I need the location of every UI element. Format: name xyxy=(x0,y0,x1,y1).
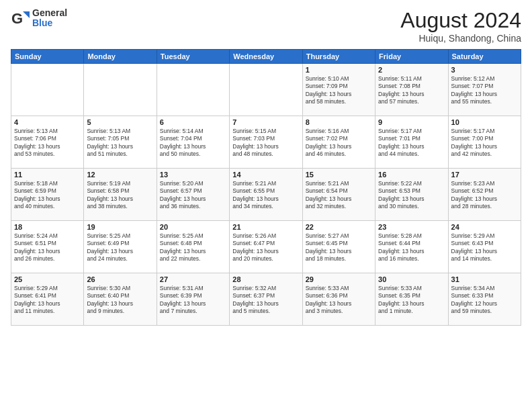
day-cell xyxy=(11,64,84,116)
day-cell: 27Sunrise: 5:31 AM Sunset: 6:39 PM Dayli… xyxy=(157,273,229,326)
calendar-body: 1Sunrise: 5:10 AM Sunset: 7:09 PM Daylig… xyxy=(11,64,521,326)
day-info: Sunrise: 5:13 AM Sunset: 7:05 PM Dayligh… xyxy=(87,128,153,158)
day-info: Sunrise: 5:27 AM Sunset: 6:45 PM Dayligh… xyxy=(306,232,372,263)
day-header-sunday: Sunday xyxy=(11,50,84,64)
day-number: 6 xyxy=(160,118,226,126)
day-number: 18 xyxy=(14,223,81,231)
day-info: Sunrise: 5:20 AM Sunset: 6:57 PM Dayligh… xyxy=(160,180,226,211)
day-header-monday: Monday xyxy=(84,50,157,64)
day-cell xyxy=(230,64,302,116)
day-info: Sunrise: 5:17 AM Sunset: 7:01 PM Dayligh… xyxy=(378,128,445,158)
day-info: Sunrise: 5:25 AM Sunset: 6:49 PM Dayligh… xyxy=(87,232,153,263)
week-row-2: 11Sunrise: 5:18 AM Sunset: 6:59 PM Dayli… xyxy=(11,169,521,221)
day-number: 30 xyxy=(378,275,445,283)
day-number: 16 xyxy=(378,171,445,179)
day-number: 19 xyxy=(87,223,153,231)
header: G General Blue August 2024 Huiqu, Shando… xyxy=(11,8,521,44)
day-cell: 19Sunrise: 5:25 AM Sunset: 6:49 PM Dayli… xyxy=(84,221,157,273)
day-info: Sunrise: 5:11 AM Sunset: 7:08 PM Dayligh… xyxy=(378,75,445,106)
calendar-header: SundayMondayTuesdayWednesdayThursdayFrid… xyxy=(11,50,521,64)
day-cell: 13Sunrise: 5:20 AM Sunset: 6:57 PM Dayli… xyxy=(157,169,229,221)
day-header-wednesday: Wednesday xyxy=(230,50,302,64)
day-number: 8 xyxy=(306,118,372,126)
day-cell: 24Sunrise: 5:29 AM Sunset: 6:43 PM Dayli… xyxy=(448,221,521,273)
day-number: 28 xyxy=(232,275,299,283)
day-number: 20 xyxy=(160,223,226,231)
calendar-page: G General Blue August 2024 Huiqu, Shando… xyxy=(0,0,532,411)
day-info: Sunrise: 5:13 AM Sunset: 7:06 PM Dayligh… xyxy=(14,128,81,158)
day-info: Sunrise: 5:32 AM Sunset: 6:37 PM Dayligh… xyxy=(232,285,299,316)
day-cell: 25Sunrise: 5:29 AM Sunset: 6:41 PM Dayli… xyxy=(11,273,84,326)
day-cell: 31Sunrise: 5:34 AM Sunset: 6:33 PM Dayli… xyxy=(448,273,521,326)
day-info: Sunrise: 5:33 AM Sunset: 6:35 PM Dayligh… xyxy=(378,285,445,316)
day-cell: 4Sunrise: 5:13 AM Sunset: 7:06 PM Daylig… xyxy=(11,116,84,169)
day-cell: 14Sunrise: 5:21 AM Sunset: 6:55 PM Dayli… xyxy=(230,169,302,221)
week-row-0: 1Sunrise: 5:10 AM Sunset: 7:09 PM Daylig… xyxy=(11,64,521,116)
day-info: Sunrise: 5:19 AM Sunset: 6:58 PM Dayligh… xyxy=(87,180,153,211)
day-cell: 15Sunrise: 5:21 AM Sunset: 6:54 PM Dayli… xyxy=(302,169,375,221)
day-cell: 16Sunrise: 5:22 AM Sunset: 6:53 PM Dayli… xyxy=(375,169,448,221)
svg-marker-2 xyxy=(23,11,30,18)
day-cell: 9Sunrise: 5:17 AM Sunset: 7:01 PM Daylig… xyxy=(375,116,448,169)
day-number: 23 xyxy=(378,223,445,231)
day-number: 27 xyxy=(160,275,226,283)
day-info: Sunrise: 5:22 AM Sunset: 6:53 PM Dayligh… xyxy=(378,180,445,211)
day-cell: 7Sunrise: 5:15 AM Sunset: 7:03 PM Daylig… xyxy=(230,116,302,169)
day-info: Sunrise: 5:18 AM Sunset: 6:59 PM Dayligh… xyxy=(14,180,81,211)
week-row-4: 25Sunrise: 5:29 AM Sunset: 6:41 PM Dayli… xyxy=(11,273,521,326)
day-cell: 8Sunrise: 5:16 AM Sunset: 7:02 PM Daylig… xyxy=(302,116,375,169)
day-number: 7 xyxy=(232,118,299,126)
day-cell: 30Sunrise: 5:33 AM Sunset: 6:35 PM Dayli… xyxy=(375,273,448,326)
day-cell: 10Sunrise: 5:17 AM Sunset: 7:00 PM Dayli… xyxy=(448,116,521,169)
day-info: Sunrise: 5:31 AM Sunset: 6:39 PM Dayligh… xyxy=(160,285,226,316)
day-cell: 6Sunrise: 5:14 AM Sunset: 7:04 PM Daylig… xyxy=(157,116,229,169)
day-number: 29 xyxy=(306,275,372,283)
day-number: 4 xyxy=(14,118,81,126)
day-number: 15 xyxy=(306,171,372,179)
day-cell xyxy=(157,64,229,116)
day-info: Sunrise: 5:24 AM Sunset: 6:51 PM Dayligh… xyxy=(14,232,81,263)
day-info: Sunrise: 5:33 AM Sunset: 6:36 PM Dayligh… xyxy=(306,285,372,316)
day-info: Sunrise: 5:28 AM Sunset: 6:44 PM Dayligh… xyxy=(378,232,445,263)
day-info: Sunrise: 5:15 AM Sunset: 7:03 PM Dayligh… xyxy=(232,128,299,158)
day-info: Sunrise: 5:23 AM Sunset: 6:52 PM Dayligh… xyxy=(451,180,518,211)
day-cell: 21Sunrise: 5:26 AM Sunset: 6:47 PM Dayli… xyxy=(230,221,302,273)
day-cell: 20Sunrise: 5:25 AM Sunset: 6:48 PM Dayli… xyxy=(157,221,229,273)
day-header-thursday: Thursday xyxy=(302,50,375,64)
logo-general: General xyxy=(32,7,67,18)
day-cell xyxy=(84,64,157,116)
day-number: 22 xyxy=(306,223,372,231)
month-year: August 2024 xyxy=(400,8,521,33)
day-header-friday: Friday xyxy=(375,50,448,64)
day-number: 12 xyxy=(87,171,153,179)
day-cell: 22Sunrise: 5:27 AM Sunset: 6:45 PM Dayli… xyxy=(302,221,375,273)
day-info: Sunrise: 5:25 AM Sunset: 6:48 PM Dayligh… xyxy=(160,232,226,263)
day-cell: 28Sunrise: 5:32 AM Sunset: 6:37 PM Dayli… xyxy=(230,273,302,326)
day-header-saturday: Saturday xyxy=(448,50,521,64)
day-cell: 26Sunrise: 5:30 AM Sunset: 6:40 PM Dayli… xyxy=(84,273,157,326)
day-info: Sunrise: 5:16 AM Sunset: 7:02 PM Dayligh… xyxy=(306,128,372,158)
logo-text: General Blue xyxy=(32,8,67,29)
day-cell: 12Sunrise: 5:19 AM Sunset: 6:58 PM Dayli… xyxy=(84,169,157,221)
calendar-table: SundayMondayTuesdayWednesdayThursdayFrid… xyxy=(11,49,521,326)
day-info: Sunrise: 5:26 AM Sunset: 6:47 PM Dayligh… xyxy=(232,232,299,263)
day-number: 21 xyxy=(232,223,299,231)
logo-blue: Blue xyxy=(32,17,52,28)
day-number: 2 xyxy=(378,66,445,74)
day-info: Sunrise: 5:29 AM Sunset: 6:41 PM Dayligh… xyxy=(14,285,81,316)
day-number: 13 xyxy=(160,171,226,179)
day-info: Sunrise: 5:17 AM Sunset: 7:00 PM Dayligh… xyxy=(451,128,518,158)
title-block: August 2024 Huiqu, Shandong, China xyxy=(400,8,521,44)
week-row-3: 18Sunrise: 5:24 AM Sunset: 6:51 PM Dayli… xyxy=(11,221,521,273)
day-number: 31 xyxy=(451,275,518,283)
week-row-1: 4Sunrise: 5:13 AM Sunset: 7:06 PM Daylig… xyxy=(11,116,521,169)
day-number: 26 xyxy=(87,275,153,283)
logo: G General Blue xyxy=(11,8,67,29)
day-info: Sunrise: 5:29 AM Sunset: 6:43 PM Dayligh… xyxy=(451,232,518,263)
day-cell: 2Sunrise: 5:11 AM Sunset: 7:08 PM Daylig… xyxy=(375,64,448,116)
day-info: Sunrise: 5:30 AM Sunset: 6:40 PM Dayligh… xyxy=(87,285,153,316)
day-number: 17 xyxy=(451,171,518,179)
day-number: 5 xyxy=(87,118,153,126)
day-number: 11 xyxy=(14,171,81,179)
day-cell: 1Sunrise: 5:10 AM Sunset: 7:09 PM Daylig… xyxy=(302,64,375,116)
